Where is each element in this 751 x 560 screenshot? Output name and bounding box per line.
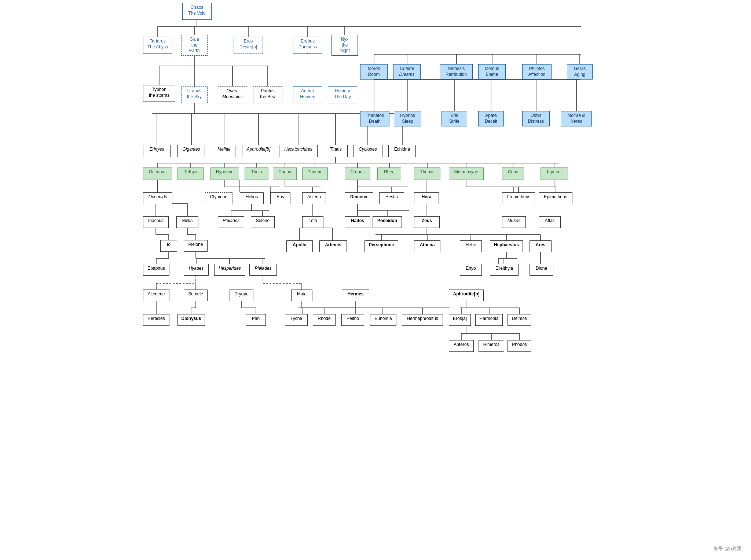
node-maia: Maia	[291, 290, 312, 301]
node-muses: Muses	[502, 216, 526, 228]
node-geras: Geras Aging	[567, 64, 593, 80]
node-clymene: Clymene	[205, 192, 232, 204]
node-erinyes: Erinyes	[143, 145, 171, 157]
node-aphrodite2: Aphrodite[b]	[449, 290, 484, 301]
node-pan: Pan	[246, 314, 266, 326]
node-momus: Momus Blame	[478, 64, 506, 80]
node-pleiades: Pleiades	[249, 264, 277, 276]
node-moros: Moros Doom	[360, 64, 388, 80]
node-alcmene: Alcmene	[143, 290, 169, 301]
node-dryope: Dryope	[230, 290, 253, 301]
node-hera: Hera	[414, 192, 439, 204]
node-nemesis: Nemesis Retribution	[440, 64, 473, 80]
node-harmonia: Harmonia	[475, 314, 503, 326]
node-enyo: Enyo	[460, 264, 482, 276]
node-uranus: Uranus the Sky	[181, 86, 208, 103]
node-rhode: Rhode	[313, 314, 336, 326]
node-hephaestus: Hephaestus	[490, 240, 523, 252]
connector-lines: ...	[141, 0, 610, 366]
node-dionysus: Dionysus	[177, 314, 205, 326]
node-hecatonchires: Hecatonchires	[279, 145, 318, 157]
node-heliades: Heliades	[218, 216, 244, 228]
node-aphrodite_b: Aphrodite[b]	[242, 145, 275, 157]
node-phoebe: Phoebe	[302, 167, 328, 180]
node-oceanus: Oceanus	[143, 167, 172, 180]
node-hades: Hades	[345, 216, 370, 228]
node-io: Io	[160, 240, 177, 252]
node-asteria: Asteria	[302, 192, 326, 204]
node-cyclopes: Cyclopes	[353, 145, 382, 157]
node-typhon: Typhon the storms	[143, 85, 175, 102]
node-hebe: Hebe	[460, 240, 482, 252]
node-prometheus: Prometheus	[502, 192, 535, 204]
node-nyx: Nyx the Night	[331, 35, 358, 56]
node-oneiroi: Oneiroi Dreams	[393, 64, 421, 80]
node-artemis: Artemis	[319, 240, 347, 252]
node-hermes: Hermes	[342, 290, 369, 301]
node-eris: Eris Strife	[442, 111, 467, 126]
node-eos: Eos	[270, 192, 290, 204]
node-leto: Leto	[302, 216, 323, 228]
node-eileithyia: Eileithyia	[490, 264, 519, 276]
node-hestia: Hestia	[379, 192, 404, 204]
node-coeus: Coeus	[273, 167, 297, 180]
node-zeus: Zeus	[414, 216, 440, 228]
node-hyades: Hyades	[184, 264, 209, 276]
node-mnemosyne: Mnemosyne	[449, 167, 484, 180]
node-melia: Melia	[176, 216, 198, 228]
node-themis: Themis	[414, 167, 440, 180]
node-athena: Athena	[414, 240, 440, 252]
node-oceanids: Oceanids	[143, 192, 172, 204]
node-eros: Eros Desire[a]	[234, 37, 263, 54]
node-phobos: Phobos	[508, 340, 531, 352]
node-tyche: Tyche	[285, 314, 308, 326]
node-poseidon: Poseidon	[373, 216, 402, 228]
node-demeter: Demeter	[345, 192, 373, 204]
node-iapetus: Iapetus	[541, 167, 568, 180]
node-tethys: Tethys	[177, 167, 204, 180]
node-selene: Selene	[251, 216, 275, 228]
node-peitho: Peitho	[341, 314, 364, 326]
node-heracles: Heracles	[143, 314, 169, 326]
node-pontus: Pontus the Sea	[253, 86, 282, 103]
node-echidna: Echidna	[388, 145, 416, 157]
node-tartarus: Tartarus The Abyss	[143, 37, 172, 54]
node-theia: Theia	[245, 167, 268, 180]
node-inachus: Inachus	[143, 216, 169, 228]
node-hesperides: Hesperides	[214, 264, 245, 276]
node-atlas: Atlas	[539, 216, 561, 228]
node-moirae: Moirae & Keres	[561, 111, 592, 126]
node-thanatos: Thanatos Death	[360, 111, 389, 126]
node-eunomia: Eunomia	[370, 314, 396, 326]
node-ares: Ares	[530, 240, 552, 252]
node-semele: Semele	[184, 290, 208, 301]
node-hermaphroditus: Hermaphroditus	[402, 314, 443, 326]
node-aether: Aether Heaven	[293, 86, 322, 103]
node-pleione: Pleione	[184, 240, 208, 252]
node-erebus: Erebus Darkness	[293, 37, 322, 54]
node-meliae: Meliae	[213, 145, 235, 157]
node-gigantes: Gigantes	[177, 145, 205, 157]
node-himeros: Himeros	[479, 340, 504, 352]
node-cronus: Cronus	[345, 167, 370, 180]
node-eros_a: Eros[a]	[449, 314, 471, 326]
node-epaphus: Epaphus	[143, 264, 169, 276]
node-ourea: Ourea Mountains	[218, 86, 247, 103]
node-hemera: Hemera The Day	[328, 86, 357, 103]
node-deimos: Deimos	[508, 314, 531, 326]
node-chaos: Chaos The Void	[182, 3, 212, 20]
node-hyperion: Hyperion	[210, 167, 239, 180]
node-gaia: Gaia the Earth	[181, 35, 208, 56]
node-anteros: Anteros	[449, 340, 474, 352]
node-rhea: Rhea	[377, 167, 401, 180]
node-helios: Helios	[240, 192, 264, 204]
node-dione: Dione	[530, 264, 553, 276]
node-oizys: Oizys Distress	[522, 111, 550, 126]
node-hypnos: Hypnos Sleep	[394, 111, 421, 126]
node-apate: Apate Deceit	[478, 111, 504, 126]
chart-container: ... Chaos The VoidTartarus The AbyssGaia…	[141, 0, 610, 366]
node-apollo: Apollo	[286, 240, 313, 252]
node-philotes: Philotes Affection	[522, 64, 552, 80]
node-titans: Titans	[324, 145, 348, 157]
node-crius: Crius	[502, 167, 524, 180]
